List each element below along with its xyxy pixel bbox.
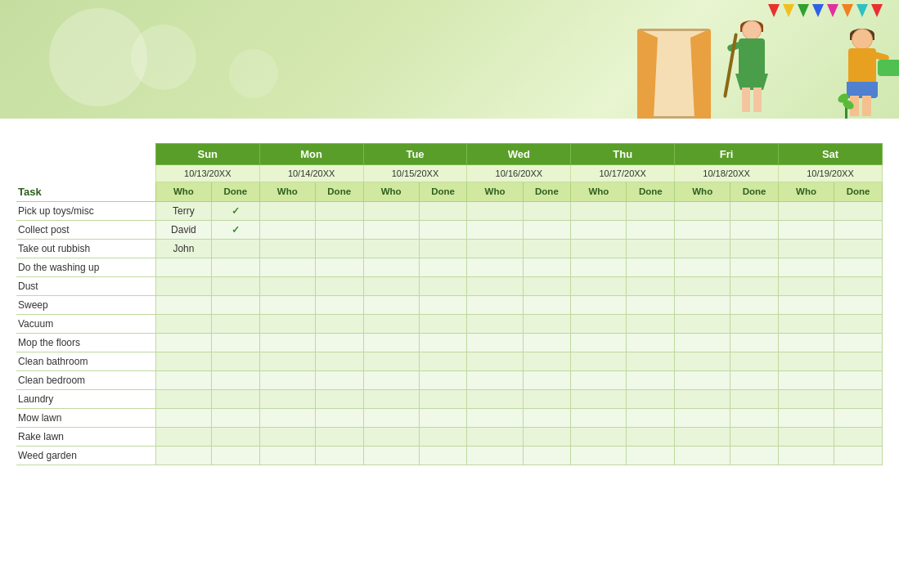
tue-who-cell[interactable] bbox=[363, 427, 419, 446]
wed-done-cell[interactable] bbox=[523, 276, 571, 295]
tue-done-cell[interactable] bbox=[419, 314, 467, 333]
fri-who-cell[interactable] bbox=[675, 427, 730, 446]
thu-who-cell[interactable] bbox=[571, 408, 627, 427]
sat-who-cell[interactable] bbox=[779, 201, 834, 220]
thu-done-cell[interactable] bbox=[627, 295, 675, 314]
mon-who-cell[interactable] bbox=[259, 408, 315, 427]
thu-done-cell[interactable] bbox=[627, 352, 675, 370]
sat-who-cell[interactable] bbox=[779, 352, 834, 370]
tue-done-cell[interactable] bbox=[419, 333, 467, 352]
tue-who-cell[interactable] bbox=[363, 370, 419, 389]
mon-done-cell[interactable] bbox=[315, 201, 363, 220]
sat-who-cell[interactable] bbox=[779, 389, 834, 408]
tue-done-cell[interactable] bbox=[419, 352, 467, 370]
fri-who-cell[interactable] bbox=[675, 370, 730, 389]
thu-done-cell[interactable] bbox=[627, 427, 675, 446]
wed-done-cell[interactable] bbox=[523, 427, 571, 446]
wed-done-cell[interactable] bbox=[523, 201, 571, 220]
sat-done-cell[interactable] bbox=[834, 352, 883, 370]
tue-done-cell[interactable] bbox=[419, 276, 467, 295]
wed-who-cell[interactable] bbox=[467, 220, 523, 239]
fri-who-cell[interactable] bbox=[675, 258, 730, 276]
tue-done-cell[interactable] bbox=[419, 220, 467, 239]
sat-who-cell[interactable] bbox=[779, 295, 834, 314]
sat-done-cell[interactable] bbox=[834, 276, 883, 295]
fri-who-cell[interactable] bbox=[675, 446, 730, 465]
mon-who-cell[interactable] bbox=[259, 276, 315, 295]
tue-who-cell[interactable] bbox=[363, 333, 419, 352]
mon-done-cell[interactable] bbox=[315, 389, 363, 408]
fri-done-cell[interactable] bbox=[730, 389, 779, 408]
fri-done-cell[interactable] bbox=[730, 352, 779, 370]
thu-who-cell[interactable] bbox=[571, 239, 627, 258]
tue-done-cell[interactable] bbox=[419, 258, 467, 276]
thu-done-cell[interactable] bbox=[627, 201, 675, 220]
sat-done-cell[interactable] bbox=[834, 389, 883, 408]
sun-done-cell[interactable] bbox=[211, 314, 259, 333]
tue-who-cell[interactable] bbox=[363, 295, 419, 314]
tue-done-cell[interactable] bbox=[419, 370, 467, 389]
thu-who-cell[interactable] bbox=[571, 314, 627, 333]
thu-done-cell[interactable] bbox=[627, 333, 675, 352]
sat-done-cell[interactable] bbox=[834, 427, 883, 446]
mon-done-cell[interactable] bbox=[315, 408, 363, 427]
wed-who-cell[interactable] bbox=[467, 201, 523, 220]
sat-done-cell[interactable] bbox=[834, 408, 883, 427]
sat-who-cell[interactable] bbox=[779, 220, 834, 239]
sun-done-cell[interactable] bbox=[211, 408, 259, 427]
sun-who-cell[interactable] bbox=[155, 370, 211, 389]
mon-done-cell[interactable] bbox=[315, 276, 363, 295]
sat-done-cell[interactable] bbox=[834, 239, 883, 258]
mon-done-cell[interactable] bbox=[315, 352, 363, 370]
wed-done-cell[interactable] bbox=[523, 258, 571, 276]
fri-who-cell[interactable] bbox=[675, 408, 730, 427]
sun-who-cell[interactable] bbox=[155, 352, 211, 370]
thu-who-cell[interactable] bbox=[571, 201, 627, 220]
sat-done-cell[interactable] bbox=[834, 314, 883, 333]
fri-done-cell[interactable] bbox=[730, 201, 779, 220]
mon-done-cell[interactable] bbox=[315, 427, 363, 446]
wed-done-cell[interactable] bbox=[523, 370, 571, 389]
sat-who-cell[interactable] bbox=[779, 333, 834, 352]
fri-who-cell[interactable] bbox=[675, 239, 730, 258]
tue-who-cell[interactable] bbox=[363, 408, 419, 427]
thu-who-cell[interactable] bbox=[571, 370, 627, 389]
sun-who-cell[interactable] bbox=[155, 389, 211, 408]
wed-who-cell[interactable] bbox=[467, 389, 523, 408]
mon-done-cell[interactable] bbox=[315, 295, 363, 314]
tue-who-cell[interactable] bbox=[363, 314, 419, 333]
wed-done-cell[interactable] bbox=[523, 314, 571, 333]
wed-who-cell[interactable] bbox=[467, 333, 523, 352]
wed-who-cell[interactable] bbox=[467, 446, 523, 465]
thu-who-cell[interactable] bbox=[571, 220, 627, 239]
tue-who-cell[interactable] bbox=[363, 220, 419, 239]
mon-who-cell[interactable] bbox=[259, 446, 315, 465]
mon-done-cell[interactable] bbox=[315, 220, 363, 239]
tue-done-cell[interactable] bbox=[419, 295, 467, 314]
sun-who-cell[interactable] bbox=[155, 258, 211, 276]
sat-done-cell[interactable] bbox=[834, 258, 883, 276]
sat-who-cell[interactable] bbox=[779, 276, 834, 295]
tue-who-cell[interactable] bbox=[363, 276, 419, 295]
wed-who-cell[interactable] bbox=[467, 276, 523, 295]
mon-done-cell[interactable] bbox=[315, 370, 363, 389]
thu-done-cell[interactable] bbox=[627, 389, 675, 408]
wed-done-cell[interactable] bbox=[523, 446, 571, 465]
thu-who-cell[interactable] bbox=[571, 352, 627, 370]
thu-done-cell[interactable] bbox=[627, 258, 675, 276]
mon-who-cell[interactable] bbox=[259, 333, 315, 352]
tue-done-cell[interactable] bbox=[419, 239, 467, 258]
wed-who-cell[interactable] bbox=[467, 314, 523, 333]
mon-who-cell[interactable] bbox=[259, 201, 315, 220]
sun-who-cell[interactable] bbox=[155, 408, 211, 427]
wed-who-cell[interactable] bbox=[467, 352, 523, 370]
sun-who-cell[interactable] bbox=[155, 276, 211, 295]
fri-done-cell[interactable] bbox=[730, 239, 779, 258]
fri-who-cell[interactable] bbox=[675, 295, 730, 314]
thu-done-cell[interactable] bbox=[627, 276, 675, 295]
wed-who-cell[interactable] bbox=[467, 408, 523, 427]
mon-who-cell[interactable] bbox=[259, 258, 315, 276]
sun-who-cell[interactable] bbox=[155, 427, 211, 446]
sat-who-cell[interactable] bbox=[779, 446, 834, 465]
mon-who-cell[interactable] bbox=[259, 389, 315, 408]
